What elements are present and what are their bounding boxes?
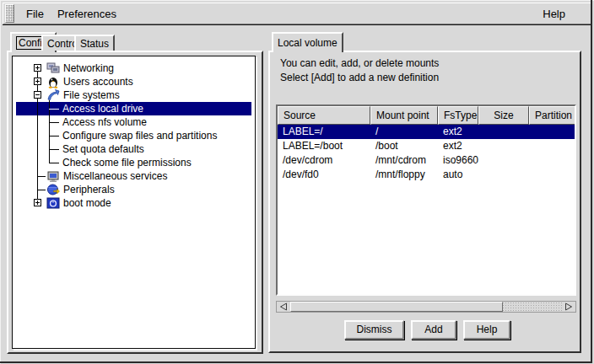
linuxconf-window: File Preferences Help Config Control Sta… [0,0,594,364]
horizontal-scrollbar[interactable] [276,301,576,313]
tree-item-configure-swap-files-and-partitions[interactable]: Configure swap files and partitions [62,129,217,142]
tree-connector-line [49,109,59,110]
table-cell [529,139,576,153]
dismiss-button[interactable]: Dismiss [344,320,404,340]
tree-item-file-systems[interactable]: File systems [63,88,120,102]
help-button[interactable]: Help [463,320,510,340]
networking-icon [46,62,60,75]
table-cell: /dev/fd0 [278,168,370,182]
table-row[interactable]: /dev/cdrom/mnt/cdromiso9660 [278,153,575,168]
tree-connector-line [49,100,50,163]
instructions-line2: Select [Add] to add a new definition [280,71,439,85]
table-cell: LABEL=/boot [278,139,370,153]
file-systems-icon [46,88,60,102]
add-button[interactable]: Add [411,320,456,340]
menubar-grip-handle[interactable] [5,4,14,23]
table-cell: auto [438,168,478,182]
table-cell [478,139,529,153]
tab-local-volume[interactable]: Local volume [272,32,343,52]
table-cell [529,153,576,168]
tree-item-peripherals[interactable]: Peripherals [63,183,115,196]
tree-item-miscellaneous-services[interactable]: Miscellaneous services [63,169,167,183]
tree-item-check-some-file-permissions[interactable]: Check some file permissions [62,156,192,169]
menu-help[interactable]: Help [536,5,572,23]
instructions-text: You can edit, add, or delete mounts Sele… [280,56,439,85]
config-tree: NetworkingUsers accountsFile systemsAcce… [12,56,256,349]
misc-services-icon [46,169,60,183]
table-cell [529,168,576,182]
scroll-right-arrow-icon[interactable] [562,302,575,312]
instructions-line1: You can edit, add, or delete mounts [280,56,439,71]
tree-connector-line [37,68,38,203]
table-cell [478,125,529,139]
table-cell: / [370,125,438,139]
menu-file[interactable]: File [19,5,51,23]
tree-item-access-nfs-volume[interactable]: Access nfs volume [62,115,147,129]
table-cell [478,168,529,182]
table-cell: iso9660 [438,153,478,168]
table-cell [478,153,529,168]
scroll-left-arrow-icon[interactable] [277,302,290,312]
tree-item-users-accounts[interactable]: Users accounts [63,75,133,88]
mounts-table: SourceMount pointFsTypeSizePartitionLABE… [276,104,576,296]
column-header-size[interactable]: Size [478,106,529,125]
tree-item-networking[interactable]: Networking [63,62,114,75]
scrollbar-thumb[interactable] [290,302,503,312]
tree-connector-line [49,149,59,150]
tree-connector-line [49,122,59,123]
menu-bar: File Preferences Help [3,3,591,24]
table-row[interactable]: LABEL=/boot/bootext2 [278,139,575,153]
table-cell: /mnt/cdrom [370,153,438,168]
tree-connector-line [49,136,59,136]
table-cell: ext2 [438,125,478,139]
tree-item-access-local-drive[interactable]: Access local drive [62,102,143,115]
tree-connector-line [37,190,46,190]
tab-status[interactable]: Status [74,35,115,51]
tree-item-boot-mode[interactable]: boot mode [63,196,111,210]
tree-connector-line [49,163,59,163]
tree-expander-minus-icon[interactable] [34,91,41,99]
table-cell [529,125,576,139]
column-header-partition[interactable]: Partition [529,106,576,125]
table-row[interactable]: /dev/fd0/mnt/floppyauto [278,168,575,182]
tree-expander-plus-icon[interactable] [34,199,41,206]
column-header-mount-point[interactable]: Mount point [370,106,438,125]
users-accounts-icon [46,75,60,88]
column-header-fstype[interactable]: FsType [438,106,478,125]
table-cell: /dev/cdrom [278,153,370,168]
tree-connector-line [37,176,46,177]
table-cell: /boot [370,139,438,153]
column-header-source[interactable]: Source [278,106,370,125]
peripherals-icon [46,183,60,196]
table-header-row: SourceMount pointFsTypeSizePartition [278,106,575,125]
table-cell: LABEL=/ [278,125,370,139]
table-row[interactable]: LABEL=//ext2 [278,125,575,139]
tree-item-set-quota-defaults[interactable]: Set quota defaults [62,142,144,156]
tree-expander-plus-icon[interactable] [34,64,41,72]
table-cell: /mnt/floppy [370,168,438,182]
boot-mode-icon [46,196,60,210]
table-cell: ext2 [438,139,478,153]
menu-preferences[interactable]: Preferences [51,5,123,23]
tree-expander-plus-icon[interactable] [34,78,41,85]
